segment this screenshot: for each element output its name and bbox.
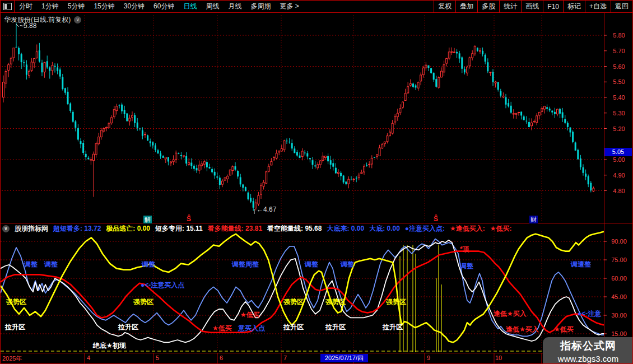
indicator-annotation-13: 强势区	[386, 297, 406, 307]
indicator-axis-label: 60.00	[606, 275, 632, 282]
indicator-annotation-22: 意买入点	[238, 324, 265, 333]
indicator-annotation-19: 绝底★初现	[93, 341, 126, 351]
indicator-annotation-3: 调整周整	[232, 260, 259, 269]
indicator-annotation-8: ●<-注意买入点	[141, 281, 184, 290]
month-label-6: 6	[220, 354, 223, 361]
month-label-4: 4	[87, 354, 90, 361]
indicator-header: ∨ 股朋指标网超短看多: 13.72极品逃亡: 0.00短多专用: 15.11看…	[2, 224, 604, 234]
indicator-line-red	[1, 251, 604, 333]
chevron-down-circle-icon[interactable]: ∨	[74, 16, 81, 24]
charts-canvas[interactable]	[1, 1, 633, 364]
price-axis-label: 4.80	[606, 188, 632, 194]
indicator-annotation-15: 拉升区	[118, 323, 138, 332]
tdx-window: 分时1分钟5分钟15分钟30分钟60分钟日线周线月线多周期更多 > 复权叠加多股…	[0, 0, 633, 364]
indicator-axis-label: 45.00	[606, 293, 632, 300]
price-axis-label: 5.20	[606, 125, 632, 132]
indicator-annotation-9: 强势区	[6, 297, 26, 307]
indicator-axis-label: 15.00	[606, 330, 632, 337]
title-row: 华发股份(日线.前复权) ∨	[4, 15, 81, 25]
indicator-annotation-4: 调整	[305, 260, 318, 269]
indicator-annotation-27: ●<-注意	[578, 309, 601, 319]
indicator-annotation-2: 调整	[142, 260, 155, 269]
price-axis-label: 5.60	[606, 63, 632, 70]
month-label-7: 7	[283, 354, 287, 361]
indicator-annotation-6: 调整	[460, 262, 473, 271]
price-axis-label: 5.70	[606, 48, 632, 54]
signal-marker-s[interactable]: Ŝ	[187, 216, 191, 222]
indicator-axis-label: 75.00	[606, 256, 632, 263]
indicator-annotation-7: 调遭整	[571, 260, 591, 269]
watermark-url: www.zbgs3.com	[543, 354, 633, 363]
frame-layer	[1, 13, 633, 364]
indicator-header-item-4: 看多能量线: 23.81	[208, 224, 262, 234]
crosshair-date-tag: 2025/07/17/四	[320, 354, 368, 362]
indicator-header-item-0: 股朋指标网	[15, 224, 48, 234]
indicator-annotation-23: *顶	[460, 245, 469, 254]
indicator-annotation-0: 调整	[24, 260, 38, 269]
indicator-annotation-21: ★低买	[212, 324, 232, 333]
price-tag: 5.05	[604, 148, 632, 156]
indicator-annotation-12: 强势区	[325, 297, 346, 307]
indicator-annotation-5: 调整	[341, 260, 354, 269]
indicator-header-item-6: 大底来: 0.00	[327, 224, 364, 234]
indicator-header-item-8: ●注意买入点:	[405, 224, 445, 234]
indicator-axis-label: 30.00	[606, 312, 632, 319]
price-axis-label: 5.40	[606, 94, 632, 101]
indicator-annotation-10: 强势区	[133, 297, 153, 307]
watermark: 指标公式网 www.zbgs3.com	[543, 337, 633, 364]
indicator-annotation-17: 拉升区	[325, 323, 346, 332]
price-axis-label: 5.30	[606, 110, 632, 116]
month-label-5: 5	[156, 354, 159, 361]
indicator-collapse-icon[interactable]: ∨	[2, 225, 10, 232]
indicator-header-item-10: ★低买:	[490, 224, 512, 234]
price-axis-label: 5.00	[606, 156, 632, 163]
month-label-10: 10	[495, 354, 502, 361]
indicator-annotation-16: 拉升区	[283, 323, 304, 332]
price-axis-label: 4.90	[606, 172, 632, 179]
year-label: 2025年	[2, 354, 22, 363]
indicator-header-item-5: 看空能量线: 95.68	[267, 224, 322, 234]
event-marker-财[interactable]: 财	[529, 216, 538, 223]
time-axis: 2025年 2025/07/17/四 456791011	[1, 353, 633, 364]
low-price-annotation: ←4.67	[257, 206, 276, 213]
indicator-header-item-9: ★逢低买入:	[450, 224, 485, 234]
signal-marker-s[interactable]: Ŝ	[434, 216, 438, 222]
month-label-9: 9	[427, 354, 430, 361]
candles-layer	[3, 23, 594, 211]
indicator-header-item-2: 极品逃亡: 0.00	[106, 224, 150, 234]
price-axis-label: 5.80	[606, 32, 632, 39]
indicator-annotation-26: ★低买	[554, 325, 574, 334]
indicator-annotation-24: 逢低★买入	[494, 309, 527, 319]
indicator-header-item-3: 短多专用: 15.11	[155, 224, 203, 234]
indicator-annotation-20: ★低买	[240, 310, 260, 320]
indicator-annotation-11: 强势区	[283, 297, 304, 307]
indicator-header-item-1: 超短看多: 13.72	[53, 224, 101, 234]
event-marker-解[interactable]: 解	[143, 216, 152, 223]
price-axis-label: 5.50	[606, 78, 632, 85]
indicator-annotation-18: 拉升区	[383, 323, 403, 332]
indicator-axis-label: 90.00	[606, 238, 632, 245]
indicator-header-item-7: 大底: 0.00	[369, 224, 400, 234]
indicator-annotation-25: 逢低★买入	[506, 325, 539, 334]
watermark-title: 指标公式网	[543, 339, 633, 353]
indicator-annotation-14: 拉升区	[5, 323, 25, 332]
stock-title: 华发股份(日线.前复权)	[4, 15, 71, 25]
indicator-annotation-1: 调整	[44, 260, 58, 269]
